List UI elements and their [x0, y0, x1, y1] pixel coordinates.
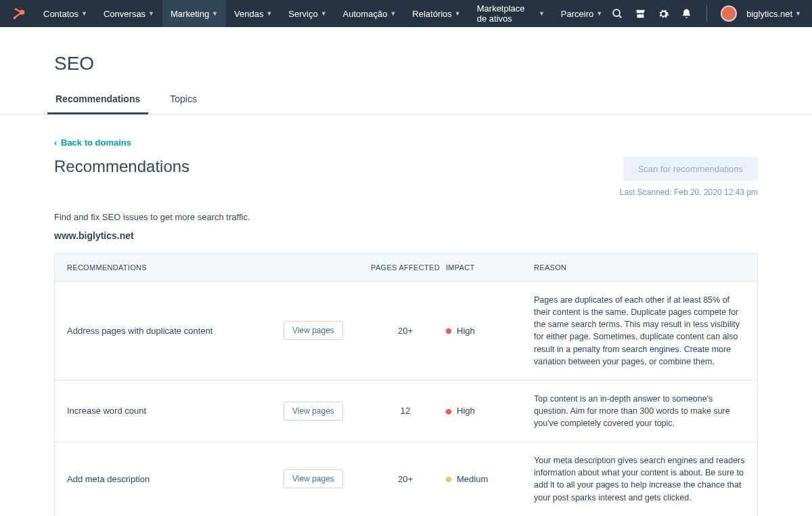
- nav-item-label: Serviço: [288, 9, 317, 19]
- pages-affected-value: 12: [365, 406, 446, 416]
- nav-item-vendas[interactable]: Vendas▼: [226, 0, 280, 27]
- top-nav: Contatos▼Conversas▼Marketing▼Vendas▼Serv…: [0, 0, 812, 27]
- page-content: SEO RecommendationsTopics ‹ Back to doma…: [54, 27, 758, 516]
- table-row: Address pages with duplicate contentView…: [55, 281, 757, 380]
- nav-item-automação[interactable]: Automação▼: [335, 0, 405, 27]
- chevron-down-icon: ▼: [321, 10, 327, 17]
- domain-name: www.biglytics.net: [54, 230, 758, 241]
- last-scanned-label: Last Scanned:: [620, 188, 672, 197]
- marketplace-icon[interactable]: [633, 7, 647, 20]
- nav-item-label: Relatórios: [412, 9, 452, 19]
- settings-gear-icon[interactable]: [656, 7, 670, 20]
- impact-dot-icon: [446, 328, 451, 334]
- nav-items: Contatos▼Conversas▼Marketing▼Vendas▼Serv…: [35, 0, 610, 27]
- tab-topics[interactable]: Topics: [168, 87, 198, 114]
- chevron-down-icon: ▼: [795, 10, 801, 17]
- nav-item-parceiro[interactable]: Parceiro▼: [553, 0, 610, 27]
- scan-recommendations-button[interactable]: Scan for recommendations: [623, 157, 758, 181]
- hubspot-logo-icon[interactable]: [11, 5, 27, 22]
- chevron-down-icon: ▼: [390, 10, 396, 17]
- search-icon[interactable]: [610, 7, 624, 20]
- notifications-bell-icon[interactable]: [679, 7, 693, 20]
- recommendation-name: Add meta description: [67, 474, 284, 484]
- chevron-down-icon: ▼: [455, 10, 461, 17]
- pages-affected-value: 20+: [365, 474, 446, 484]
- nav-item-conversas[interactable]: Conversas▼: [95, 0, 162, 27]
- view-pages-cell: View pages: [284, 321, 365, 340]
- tabs: RecommendationsTopics: [54, 87, 758, 114]
- nav-item-label: Vendas: [234, 9, 263, 19]
- nav-item-serviço[interactable]: Serviço▼: [280, 0, 334, 27]
- avatar[interactable]: [721, 5, 737, 22]
- nav-item-label: Parceiro: [561, 9, 593, 19]
- header-impact: IMPACT: [446, 263, 534, 272]
- nav-item-label: Automação: [343, 9, 388, 19]
- recommendations-table: RECOMMENDATIONS PAGES AFFECTED IMPACT RE…: [54, 253, 758, 516]
- impact-label: Medium: [457, 474, 488, 484]
- view-pages-button[interactable]: View pages: [284, 402, 343, 421]
- view-pages-cell: View pages: [284, 469, 365, 488]
- impact-cell: High: [446, 406, 534, 416]
- back-to-domains-link[interactable]: ‹ Back to domains: [54, 137, 758, 148]
- svg-point-3: [613, 9, 620, 16]
- last-scanned: Last Scanned: Feb 20, 2020 12:43 pm: [620, 188, 758, 197]
- nav-item-label: Conversas: [104, 9, 145, 19]
- recommendation-name: Address pages with duplicate content: [67, 326, 284, 336]
- reason-text: Your meta description gives search engin…: [534, 454, 745, 504]
- pages-affected-value: 20+: [365, 326, 446, 336]
- last-scanned-value: Feb 20, 2020 12:43 pm: [674, 188, 758, 197]
- reason-text: Pages are duplicates of each other if at…: [534, 294, 745, 368]
- impact-label: High: [457, 406, 475, 416]
- view-pages-cell: View pages: [284, 402, 365, 421]
- account-name: biglytics.net: [746, 9, 792, 19]
- table-row: Add meta descriptionView pages20+MediumY…: [55, 442, 757, 516]
- chevron-down-icon: ▼: [596, 10, 602, 17]
- chevron-down-icon: ▼: [212, 10, 218, 17]
- nav-divider: [706, 5, 707, 22]
- table-row: Increase word countView pages12HighTop c…: [55, 380, 757, 442]
- impact-cell: Medium: [446, 474, 534, 484]
- nav-item-label: Contatos: [43, 9, 78, 19]
- nav-item-label: Marketing: [171, 9, 209, 19]
- header-spacer: [284, 263, 365, 272]
- recommendation-name: Increase word count: [67, 406, 284, 416]
- recommendations-heading: Recommendations: [54, 157, 189, 176]
- impact-label: High: [457, 326, 475, 336]
- nav-item-marketplace-de-ativos[interactable]: Marketplace de ativos▼: [469, 0, 553, 27]
- header-recommendations: RECOMMENDATIONS: [67, 263, 284, 272]
- nav-item-contatos[interactable]: Contatos▼: [35, 0, 95, 27]
- nav-item-marketing[interactable]: Marketing▼: [162, 0, 226, 27]
- impact-dot-icon: [446, 409, 451, 414]
- chevron-down-icon: ▼: [266, 10, 272, 17]
- header-pages-affected: PAGES AFFECTED: [365, 263, 446, 272]
- nav-right: biglytics.net ▼: [610, 5, 801, 22]
- reason-text: Top content is an in-depth answer to som…: [534, 393, 745, 429]
- page-description: Find and fix SEO issues to get more sear…: [54, 212, 758, 222]
- heading-row: Recommendations Scan for recommendations…: [54, 157, 758, 197]
- chevron-down-icon: ▼: [148, 10, 154, 17]
- back-link-label: Back to domains: [61, 137, 131, 148]
- tab-recommendations[interactable]: Recommendations: [54, 87, 141, 114]
- svg-point-1: [14, 17, 16, 20]
- view-pages-button[interactable]: View pages: [284, 469, 343, 488]
- header-reason: REASON: [534, 263, 745, 272]
- impact-dot-icon: [446, 477, 451, 482]
- nav-item-label: Marketplace de ativos: [477, 3, 536, 24]
- chevron-down-icon: ▼: [539, 10, 545, 17]
- chevron-down-icon: ▼: [81, 10, 87, 17]
- view-pages-button[interactable]: View pages: [284, 321, 343, 340]
- chevron-left-icon: ‹: [54, 138, 57, 148]
- impact-cell: High: [446, 326, 534, 336]
- page-title: SEO: [54, 27, 758, 87]
- table-header: RECOMMENDATIONS PAGES AFFECTED IMPACT RE…: [55, 254, 757, 281]
- account-menu[interactable]: biglytics.net ▼: [746, 9, 801, 19]
- nav-item-relatórios[interactable]: Relatórios▼: [404, 0, 468, 27]
